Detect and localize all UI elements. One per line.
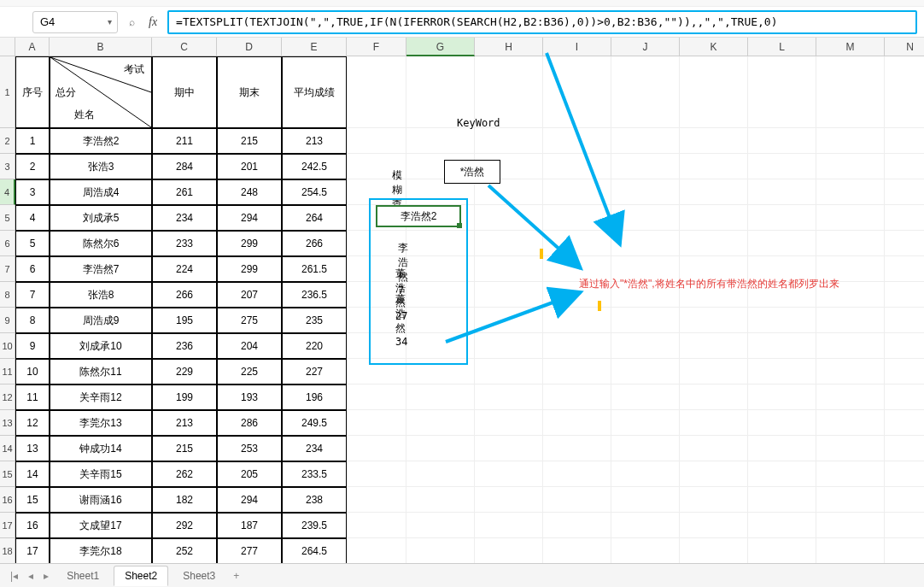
empty-cell[interactable] — [475, 513, 543, 538]
empty-cell[interactable] — [611, 359, 680, 384]
empty-cell[interactable] — [347, 538, 406, 564]
table-cell[interactable]: 201 — [217, 154, 282, 179]
empty-cell[interactable] — [611, 308, 680, 333]
empty-cell[interactable] — [885, 231, 924, 256]
column-header[interactable]: D — [217, 38, 282, 56]
empty-cell[interactable] — [406, 231, 475, 256]
empty-cell[interactable] — [816, 384, 885, 410]
empty-cell[interactable] — [611, 436, 680, 461]
table-cell[interactable]: 286 — [217, 410, 282, 436]
empty-cell[interactable] — [406, 487, 475, 513]
empty-cell[interactable] — [347, 384, 406, 410]
empty-cell[interactable] — [680, 128, 748, 154]
empty-cell[interactable] — [347, 179, 406, 205]
empty-cell[interactable] — [885, 205, 924, 231]
empty-cell[interactable] — [680, 410, 748, 436]
row-header[interactable]: 17 — [0, 513, 15, 538]
empty-cell[interactable] — [543, 154, 611, 179]
fx-icon[interactable]: fx — [145, 15, 161, 29]
table-cell[interactable]: 239.5 — [282, 513, 347, 538]
empty-cell[interactable] — [816, 359, 885, 384]
empty-cell[interactable] — [816, 487, 885, 513]
empty-cell[interactable] — [406, 538, 475, 564]
empty-cell[interactable] — [475, 384, 543, 410]
empty-cell[interactable] — [680, 179, 748, 205]
table-cell[interactable]: 266 — [282, 231, 347, 256]
table-cell[interactable]: 李莞尔18 — [50, 538, 152, 564]
table-cell[interactable]: 1 — [15, 128, 50, 154]
empty-cell[interactable] — [748, 461, 816, 487]
table-cell[interactable]: 187 — [217, 513, 282, 538]
empty-cell[interactable] — [475, 56, 543, 128]
empty-cell[interactable] — [816, 513, 885, 538]
table-cell[interactable]: 261.5 — [282, 256, 347, 282]
empty-cell[interactable] — [543, 128, 611, 154]
empty-cell[interactable] — [347, 154, 406, 179]
empty-cell[interactable] — [885, 308, 924, 333]
empty-cell[interactable] — [816, 205, 885, 231]
empty-cell[interactable] — [680, 384, 748, 410]
empty-cell[interactable] — [543, 410, 611, 436]
table-cell[interactable]: 文成望17 — [50, 513, 152, 538]
empty-cell[interactable] — [748, 384, 816, 410]
empty-cell[interactable] — [475, 205, 543, 231]
empty-cell[interactable] — [885, 333, 924, 359]
column-header[interactable]: B — [50, 38, 152, 56]
empty-cell[interactable] — [543, 487, 611, 513]
table-cell[interactable]: 关辛雨12 — [50, 384, 152, 410]
empty-cell[interactable] — [475, 256, 543, 282]
column-header[interactable]: C — [152, 38, 217, 56]
table-cell[interactable]: 16 — [15, 513, 50, 538]
empty-cell[interactable] — [347, 333, 406, 359]
empty-cell[interactable] — [680, 513, 748, 538]
table-cell[interactable]: 294 — [217, 487, 282, 513]
empty-cell[interactable] — [543, 513, 611, 538]
empty-cell[interactable] — [816, 56, 885, 128]
fill-handle[interactable] — [457, 223, 462, 228]
empty-cell[interactable] — [543, 231, 611, 256]
empty-cell[interactable] — [406, 513, 475, 538]
empty-cell[interactable] — [816, 256, 885, 282]
empty-cell[interactable] — [885, 487, 924, 513]
table-cell[interactable]: 277 — [217, 538, 282, 564]
chevron-down-icon[interactable]: ▾ — [108, 17, 112, 26]
empty-cell[interactable] — [748, 513, 816, 538]
row-header[interactable]: 2 — [0, 128, 15, 154]
empty-cell[interactable] — [611, 179, 680, 205]
row-header[interactable]: 1 — [0, 56, 15, 128]
search-icon[interactable]: ⌕ — [125, 16, 138, 28]
empty-cell[interactable] — [406, 359, 475, 384]
table-cell[interactable]: 刘成承5 — [50, 205, 152, 231]
empty-cell[interactable] — [680, 56, 748, 128]
empty-cell[interactable] — [748, 179, 816, 205]
empty-cell[interactable] — [816, 128, 885, 154]
empty-cell[interactable] — [816, 538, 885, 564]
empty-cell[interactable] — [885, 154, 924, 179]
empty-cell[interactable] — [611, 461, 680, 487]
table-cell[interactable]: 12 — [15, 410, 50, 436]
empty-cell[interactable] — [748, 231, 816, 256]
table-cell[interactable]: 284 — [152, 154, 217, 179]
empty-cell[interactable] — [406, 56, 475, 128]
table-cell[interactable]: 李莞尔13 — [50, 410, 152, 436]
table-cell[interactable]: 8 — [15, 308, 50, 333]
empty-cell[interactable] — [816, 461, 885, 487]
table-cell[interactable]: 236 — [152, 333, 217, 359]
empty-cell[interactable] — [611, 128, 680, 154]
empty-cell[interactable] — [680, 154, 748, 179]
row-header[interactable]: 9 — [0, 308, 15, 333]
table-cell[interactable]: 225 — [217, 359, 282, 384]
column-header[interactable]: G — [406, 38, 475, 56]
table-cell[interactable]: 299 — [217, 231, 282, 256]
empty-cell[interactable] — [611, 256, 680, 282]
column-header[interactable]: F — [347, 38, 406, 56]
empty-cell[interactable] — [475, 487, 543, 513]
table-cell[interactable]: 关辛雨15 — [50, 461, 152, 487]
empty-cell[interactable] — [885, 538, 924, 564]
empty-cell[interactable] — [885, 359, 924, 384]
empty-cell[interactable] — [748, 538, 816, 564]
empty-cell[interactable] — [885, 436, 924, 461]
empty-cell[interactable] — [885, 282, 924, 308]
table-cell[interactable]: 224 — [152, 256, 217, 282]
table-cell[interactable]: 14 — [15, 461, 50, 487]
